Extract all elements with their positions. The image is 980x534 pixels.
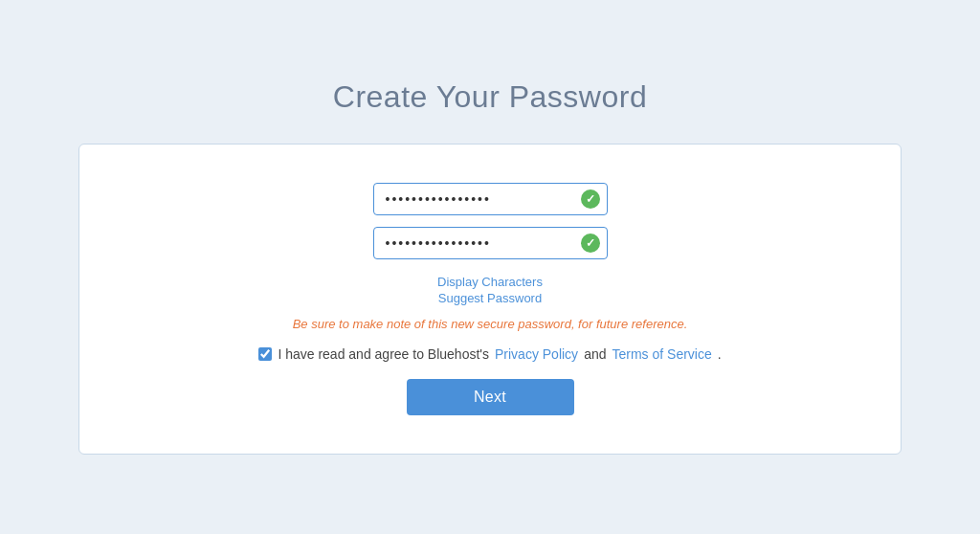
page-title: Create Your Password <box>333 79 647 115</box>
privacy-policy-link[interactable]: Privacy Policy <box>495 346 578 362</box>
terms-of-service-link[interactable]: Terms of Service <box>612 346 711 362</box>
suggest-password-link[interactable]: Suggest Password <box>438 291 542 305</box>
and-text: and <box>584 346 606 362</box>
agree-prefix-text: I have read and agree to Bluehost's <box>278 346 489 362</box>
display-characters-link[interactable]: Display Characters <box>437 275 543 289</box>
password-valid-icon <box>581 189 600 209</box>
form-section: Display Characters Suggest Password Be s… <box>99 183 881 415</box>
main-card: Display Characters Suggest Password Be s… <box>78 144 902 455</box>
agree-row: I have read and agree to Bluehost's Priv… <box>258 346 721 362</box>
confirm-password-input-row <box>373 227 608 259</box>
password-input-row <box>373 183 608 215</box>
confirm-password-input[interactable] <box>373 227 608 259</box>
next-button[interactable]: Next <box>407 379 574 415</box>
confirm-valid-icon <box>581 234 600 253</box>
warning-text: Be sure to make note of this new secure … <box>293 317 688 331</box>
agree-suffix-text: . <box>718 346 722 362</box>
password-input[interactable] <box>373 183 608 215</box>
password-links: Display Characters Suggest Password <box>437 275 543 307</box>
agree-checkbox[interactable] <box>258 347 272 361</box>
